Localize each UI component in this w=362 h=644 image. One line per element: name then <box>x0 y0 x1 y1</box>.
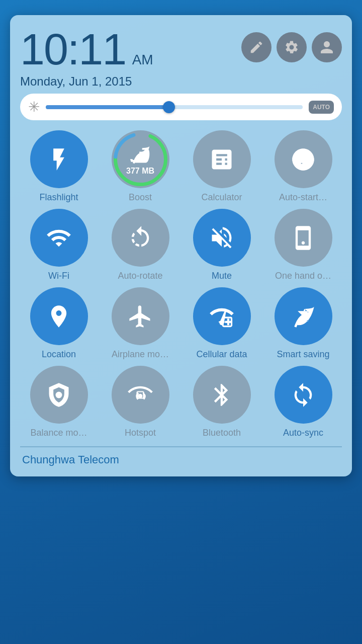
boost-item[interactable]: 377 MB Boost <box>102 130 179 203</box>
wifi-icon-circle[interactable] <box>30 209 88 267</box>
autosync-item[interactable]: Auto-sync <box>264 366 342 438</box>
profile-button[interactable] <box>312 32 342 62</box>
time-text: 10:11 <box>20 24 126 74</box>
autostart-icon-circle[interactable] <box>275 130 332 188</box>
mute-item[interactable]: Mute <box>183 209 260 281</box>
flashlight-label: Flashlight <box>39 192 78 203</box>
location-icon <box>46 303 72 330</box>
settings-button[interactable] <box>277 32 307 62</box>
hotspot-icon-circle[interactable] <box>112 366 169 424</box>
bluetooth-icon-circle[interactable] <box>193 366 251 424</box>
calculator-icon-circle[interactable] <box>193 130 251 188</box>
quick-settings-grid: Flashlight 377 MB Boost Calculator <box>20 130 342 438</box>
location-icon-circle[interactable] <box>30 287 88 345</box>
flashlight-icon-circle[interactable] <box>30 130 88 188</box>
onehand-icon-circle[interactable] <box>275 209 332 267</box>
onehand-label: One hand o… <box>275 271 331 281</box>
autorotate-icon <box>127 225 153 251</box>
bluetooth-icon <box>209 382 235 408</box>
autosync-label: Auto-sync <box>283 428 323 438</box>
flashlight-icon <box>46 146 72 173</box>
autostart-icon <box>290 146 316 173</box>
onehand-icon <box>290 225 316 251</box>
autostart-label: Auto-start… <box>279 192 327 203</box>
brightness-track[interactable] <box>46 105 303 109</box>
boost-inner: 377 MB <box>126 143 154 176</box>
balance-label: Balance mo… <box>30 428 87 438</box>
bluetooth-item[interactable]: Bluetooth <box>183 366 260 438</box>
wifi-item[interactable]: Wi-Fi <box>20 209 98 281</box>
calculator-icon <box>209 146 235 173</box>
calculator-item[interactable]: Calculator <box>183 130 260 203</box>
smartsaving-label: Smart saving <box>277 349 329 360</box>
calculator-label: Calculator <box>201 192 242 203</box>
hotspot-icon <box>127 382 153 408</box>
brightness-thumb[interactable] <box>163 101 175 113</box>
balance-icon <box>46 382 72 408</box>
boost-label: Boost <box>129 192 152 203</box>
autosync-icon <box>290 382 316 408</box>
header: 10:11 AM Monday, Jun 1, 2015 <box>20 27 342 89</box>
autosync-icon-circle[interactable] <box>275 366 332 424</box>
clock-display: 10:11 AM <box>20 27 153 71</box>
balance-icon-circle[interactable] <box>30 366 88 424</box>
boost-icon-circle[interactable]: 377 MB <box>112 130 169 188</box>
edit-icon <box>249 40 264 55</box>
autorotate-icon-circle[interactable] <box>112 209 169 267</box>
brightness-fill <box>46 105 169 109</box>
ampm-text: AM <box>132 52 153 67</box>
hotspot-label: Hotspot <box>125 428 156 438</box>
cellular-item[interactable]: Cellular data <box>183 287 260 360</box>
airplane-item[interactable]: Airplane mo… <box>102 287 179 360</box>
mute-icon <box>209 225 235 251</box>
autorotate-label: Auto-rotate <box>118 271 162 281</box>
header-icons <box>241 32 342 62</box>
wifi-icon <box>46 225 72 251</box>
smartsaving-item[interactable]: Smart saving <box>264 287 342 360</box>
cellular-icon-circle[interactable] <box>193 287 251 345</box>
gear-icon <box>284 40 299 55</box>
profile-icon <box>319 40 334 55</box>
mute-icon-circle[interactable] <box>193 209 251 267</box>
balance-item[interactable]: Balance mo… <box>20 366 98 438</box>
autostart-item[interactable]: Auto-start… <box>264 130 342 203</box>
location-label: Location <box>42 349 76 360</box>
time-block: 10:11 AM Monday, Jun 1, 2015 <box>20 27 153 89</box>
smartsaving-icon-circle[interactable] <box>275 287 332 345</box>
brightness-bar[interactable]: ✳ AUTO <box>20 94 342 120</box>
boost-icon <box>129 143 151 166</box>
airplane-icon <box>127 303 153 330</box>
hotspot-item[interactable]: Hotspot <box>102 366 179 438</box>
flashlight-item[interactable]: Flashlight <box>20 130 98 203</box>
carrier-divider <box>20 446 342 447</box>
brightness-low-icon: ✳ <box>28 99 40 115</box>
control-panel: 10:11 AM Monday, Jun 1, 2015 ✳ AUTO <box>10 15 352 476</box>
airplane-label: Airplane mo… <box>112 349 169 360</box>
autorotate-item[interactable]: Auto-rotate <box>102 209 179 281</box>
mute-label: Mute <box>212 271 232 281</box>
carrier-name: Chunghwa Telecom <box>20 453 342 466</box>
onehand-item[interactable]: One hand o… <box>264 209 342 281</box>
wifi-label: Wi-Fi <box>48 271 69 281</box>
brightness-auto-label[interactable]: AUTO <box>309 101 334 114</box>
airplane-icon-circle[interactable] <box>112 287 169 345</box>
location-item[interactable]: Location <box>20 287 98 360</box>
cellular-label: Cellular data <box>196 349 247 360</box>
cellular-icon <box>209 303 235 330</box>
date-text: Monday, Jun 1, 2015 <box>20 74 153 89</box>
bluetooth-label: Bluetooth <box>203 428 241 438</box>
smartsaving-icon <box>290 303 316 330</box>
boost-mb-text: 377 MB <box>126 167 154 176</box>
edit-button[interactable] <box>241 32 272 62</box>
